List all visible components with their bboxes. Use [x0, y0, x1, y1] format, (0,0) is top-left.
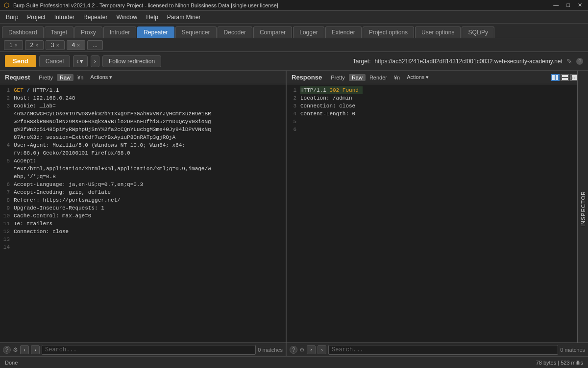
inspector-label: INSPECTOR [580, 191, 586, 227]
main-tabs: DashboardTargetProxyIntruderRepeaterSequ… [0, 24, 588, 38]
response-panel: Response Pretty Raw Render ¥n Actions ▾ … [287, 71, 588, 342]
menu-item-window[interactable]: Window [112, 13, 141, 22]
status-text: Done [5, 360, 18, 366]
request-line-7: 7Accept-Encoding: gzip, deflate [0, 188, 286, 196]
request-line-8: 8Referer: https://portswigger.net/ [0, 196, 286, 204]
tab-intruder[interactable]: Intruder [103, 26, 136, 38]
menu-item-repeater[interactable]: Repeater [79, 13, 111, 22]
request-panel: Request Pretty Raw ¥n Actions ▾ 1GET / H… [0, 71, 287, 342]
response-line-6: 6 [287, 126, 588, 133]
response-search-input[interactable] [328, 345, 558, 355]
response-render-tab[interactable]: Render [367, 74, 390, 81]
request-line-9: 9Upgrade-Insecure-Requests: 1 [0, 204, 286, 212]
request-search-forward-button[interactable]: › [31, 345, 40, 354]
response-matches-label: 0 matches [560, 347, 585, 353]
request-matches-label: 0 matches [258, 347, 283, 353]
menu-bar: BurpProjectIntruderRepeaterWindowHelpPar… [0, 11, 588, 24]
repeater-tabs: 1×2×3×4×... [0, 38, 588, 52]
response-title: Response [292, 74, 322, 81]
tab-comparer[interactable]: Comparer [253, 26, 292, 38]
menu-item-intruder[interactable]: Intruder [50, 13, 78, 22]
request-raw-tab[interactable]: Raw [57, 74, 74, 81]
response-search-help-button[interactable]: ? [290, 346, 297, 354]
request-pretty-tab[interactable]: Pretty [36, 74, 56, 81]
title-bar: ⬡ Burp Suite Professional v2021.4.2 - Te… [0, 0, 588, 11]
repeater-tab-1[interactable]: 1× [4, 40, 23, 50]
forward-button[interactable]: › [91, 55, 99, 67]
request-search-settings-button[interactable]: ⚙ [13, 346, 18, 353]
request-line-4: 4User-Agent: Mozilla/5.0 (Windows NT 10.… [0, 141, 286, 157]
svg-rect-0 [552, 75, 555, 80]
response-actions-button[interactable]: Actions ▾ [404, 74, 432, 81]
response-line-3: 3Connection: close [287, 102, 588, 110]
repeater-tab-4[interactable]: 4× [67, 40, 86, 50]
target-url: https://ac521f241e3ad82d814312cf001c0032… [374, 58, 562, 65]
tab-project-options[interactable]: Project options [363, 26, 414, 38]
request-line-5: 5Accept: text/html,application/xhtml+xml… [0, 157, 286, 181]
request-yn-tab[interactable]: ¥n [74, 74, 86, 81]
request-line-6: 6Accept-Language: ja,en-US;q=0.7,en;q=0.… [0, 181, 286, 188]
menu-item-help[interactable]: Help [142, 13, 162, 22]
tab-decoder[interactable]: Decoder [218, 26, 252, 38]
svg-rect-2 [562, 75, 568, 77]
menu-item-project[interactable]: Project [23, 13, 49, 22]
response-line-2: 2Location: /admin [287, 94, 588, 102]
window-controls: — □ ✕ [551, 2, 584, 8]
response-search-settings-button[interactable]: ⚙ [299, 346, 305, 353]
request-line-14: 14 [0, 243, 286, 251]
send-button[interactable]: Send [5, 55, 36, 67]
repeater-tab-3[interactable]: 3× [46, 40, 65, 50]
menu-item-param miner[interactable]: Param Miner [163, 13, 205, 22]
three-dot-menu[interactable]: ⋮ [568, 75, 576, 81]
back-button[interactable]: ‹▼ [73, 55, 88, 67]
tab-sequencer[interactable]: Sequencer [175, 26, 217, 38]
response-code-area[interactable]: 1HTTP/1.1 302 Found2Location: /admin3Con… [287, 84, 588, 342]
size-info: 78 bytes | 523 millis [536, 360, 583, 366]
request-search-back-button[interactable]: ‹ [20, 345, 29, 354]
request-line-10: 10Cache-Control: max-age=0 [0, 212, 286, 220]
request-search-help-button[interactable]: ? [3, 346, 11, 354]
svg-rect-1 [556, 75, 558, 80]
request-search-section: ? ⚙ ‹ › 0 matches [0, 343, 287, 356]
tab-dashboard[interactable]: Dashboard [2, 26, 44, 38]
minimize-button[interactable]: — [551, 2, 561, 8]
response-search-back-button[interactable]: ‹ [307, 345, 316, 354]
request-line-2: 2Host: 192.168.0.248 [0, 94, 286, 102]
cancel-button[interactable]: Cancel [39, 55, 70, 67]
response-line-1: 1HTTP/1.1 302 Found [287, 86, 588, 94]
tab-logger[interactable]: Logger [293, 26, 324, 38]
layout-side-by-side-button[interactable] [551, 74, 560, 81]
request-search-input[interactable] [42, 345, 256, 355]
app-icon: ⬡ [4, 1, 9, 9]
response-panel-header: Response Pretty Raw Render ¥n Actions ▾ [287, 71, 588, 84]
tab-proxy[interactable]: Proxy [74, 26, 102, 38]
request-actions-button[interactable]: Actions ▾ [87, 74, 115, 81]
follow-redirection-button[interactable]: Follow redirection [102, 55, 161, 67]
repeater-tab-2[interactable]: 2× [25, 40, 44, 50]
window-title: Burp Suite Professional v2021.4.2 - Temp… [13, 2, 278, 8]
response-pretty-tab[interactable]: Pretty [328, 74, 348, 81]
edit-target-icon[interactable]: ✎ [566, 57, 572, 65]
tab-target[interactable]: Target [45, 26, 74, 38]
request-line-3: 3Cookie: _lab= 46%7cMCwCFCyLOsGRT9rWD8Ve… [0, 102, 286, 141]
tab-repeater[interactable]: Repeater [137, 26, 174, 38]
response-line-5: 5 [287, 118, 588, 126]
request-code-area[interactable]: 1GET / HTTP/1.12Host: 192.168.0.2483Cook… [0, 84, 286, 342]
tab-user-options[interactable]: User options [415, 26, 461, 38]
maximize-button[interactable]: □ [564, 2, 572, 8]
repeater-tab-5[interactable]: ... [87, 40, 103, 50]
bottom-search-bar: ? ⚙ ‹ › 0 matches ? ⚙ ‹ › 0 matches [0, 342, 588, 356]
response-yn-tab[interactable]: ¥n [391, 74, 403, 81]
response-raw-tab[interactable]: Raw [349, 74, 366, 81]
inspector-panel[interactable]: INSPECTOR [577, 71, 588, 342]
request-title: Request [5, 74, 30, 81]
request-line-12: 12Connection: close [0, 228, 286, 236]
request-line-13: 13 [0, 236, 286, 243]
tab-extender[interactable]: Extender [325, 26, 362, 38]
menu-item-burp[interactable]: Burp [2, 13, 22, 22]
close-button[interactable]: ✕ [576, 2, 584, 8]
main-content: Request Pretty Raw ¥n Actions ▾ 1GET / H… [0, 71, 588, 342]
tab-sqlipy[interactable]: SQLiPy [462, 26, 494, 38]
response-search-forward-button[interactable]: › [318, 345, 326, 354]
help-icon[interactable]: ? [576, 58, 583, 65]
